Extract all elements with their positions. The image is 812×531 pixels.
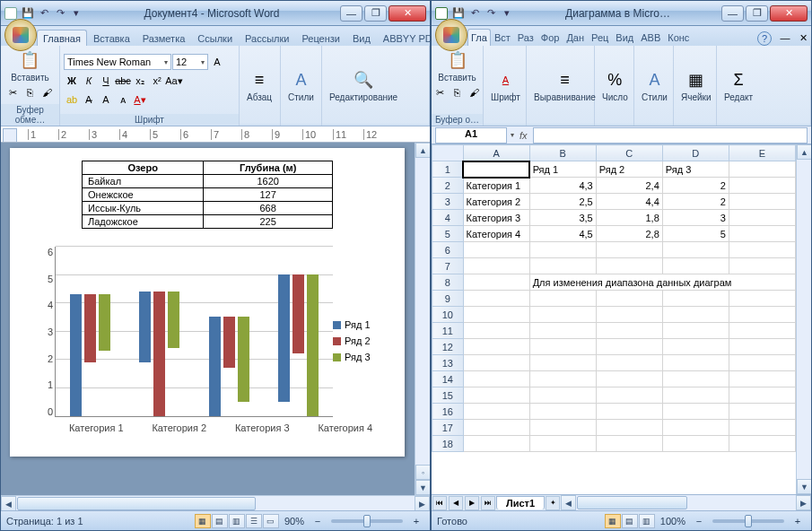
chart-bar[interactable] bbox=[84, 294, 96, 362]
prev-sheet-icon[interactable]: ◀ bbox=[449, 496, 463, 510]
undo-icon[interactable]: ↶ bbox=[37, 6, 51, 21]
word-hscrollbar[interactable]: ◀▶ bbox=[1, 495, 430, 510]
cell[interactable] bbox=[463, 355, 529, 371]
cell[interactable] bbox=[529, 436, 596, 452]
cell[interactable] bbox=[596, 387, 662, 404]
word-tab[interactable]: ABBYY PD bbox=[377, 30, 439, 46]
cell[interactable] bbox=[596, 436, 662, 452]
cell[interactable] bbox=[463, 242, 529, 258]
excel-vscrollbar[interactable]: ▲▼ bbox=[796, 144, 811, 494]
workbook-minimize[interactable]: — bbox=[777, 30, 793, 46]
save-icon[interactable]: 💾 bbox=[451, 6, 466, 21]
cell[interactable] bbox=[729, 194, 795, 210]
zoom-slider[interactable] bbox=[712, 519, 784, 523]
column-header[interactable]: E bbox=[729, 145, 795, 161]
cell[interactable] bbox=[463, 339, 529, 355]
minimize-button[interactable]: — bbox=[340, 5, 362, 22]
cell[interactable] bbox=[596, 258, 662, 274]
cell[interactable] bbox=[662, 323, 729, 339]
page-break-view[interactable]: ▥ bbox=[639, 514, 655, 528]
page-layout-view[interactable]: ▤ bbox=[622, 514, 638, 528]
excel-tab[interactable]: Фор bbox=[537, 29, 563, 46]
cell[interactable]: Категория 1 bbox=[463, 178, 529, 194]
styles-button[interactable]: AСтили bbox=[638, 67, 671, 104]
cell[interactable] bbox=[729, 258, 795, 274]
row-header[interactable]: 3 bbox=[432, 194, 464, 210]
cell[interactable] bbox=[729, 371, 795, 387]
cell[interactable] bbox=[662, 404, 729, 420]
cell[interactable] bbox=[529, 291, 596, 307]
zoom-in-icon[interactable]: + bbox=[408, 513, 424, 529]
zoom-out-icon[interactable]: − bbox=[310, 513, 326, 529]
qat-more-icon[interactable]: ▾ bbox=[500, 6, 514, 21]
cell[interactable]: 2,5 bbox=[529, 194, 596, 210]
cell[interactable] bbox=[596, 420, 662, 436]
column-header[interactable]: C bbox=[596, 145, 662, 161]
cell[interactable] bbox=[662, 339, 729, 355]
format-painter-icon[interactable]: 🖌 bbox=[467, 84, 483, 100]
help-icon[interactable]: ? bbox=[757, 31, 772, 46]
cell[interactable] bbox=[729, 339, 795, 355]
cell[interactable] bbox=[463, 291, 529, 307]
cell[interactable] bbox=[529, 323, 596, 339]
chart-bar[interactable] bbox=[307, 274, 319, 416]
cell[interactable]: 4,4 bbox=[596, 194, 662, 210]
row-header[interactable]: 10 bbox=[432, 307, 464, 323]
strike-icon[interactable]: abc bbox=[115, 73, 131, 89]
office-button[interactable] bbox=[435, 19, 467, 51]
row-header[interactable]: 12 bbox=[432, 339, 464, 355]
row-header[interactable]: 17 bbox=[432, 420, 464, 436]
cell[interactable] bbox=[729, 387, 795, 404]
cell[interactable] bbox=[596, 339, 662, 355]
cell[interactable]: Ряд 3 bbox=[662, 161, 729, 178]
cell[interactable] bbox=[463, 307, 529, 323]
maximize-button[interactable]: ❐ bbox=[364, 5, 387, 22]
number-button[interactable]: %Число bbox=[598, 67, 632, 104]
cell[interactable] bbox=[662, 258, 729, 274]
excel-tab[interactable]: Дан bbox=[563, 29, 588, 46]
maximize-button[interactable]: ❐ bbox=[746, 5, 768, 22]
chart-bar[interactable] bbox=[168, 292, 179, 348]
word-vscrollbar[interactable]: ▲ ◦ ▼ bbox=[415, 143, 430, 495]
paste-button[interactable]: 📋 Вставить bbox=[7, 48, 52, 84]
excel-hscrollbar[interactable]: ◀▶ bbox=[561, 495, 811, 510]
cell[interactable] bbox=[729, 436, 795, 452]
grow-font-icon[interactable]: A bbox=[209, 54, 225, 70]
cell[interactable] bbox=[729, 307, 795, 323]
last-sheet-icon[interactable]: ⏭ bbox=[481, 496, 495, 510]
cell[interactable] bbox=[729, 226, 795, 242]
draft-view[interactable]: ▭ bbox=[263, 514, 279, 528]
cell[interactable] bbox=[529, 387, 596, 404]
outline-view[interactable]: ☰ bbox=[246, 514, 262, 528]
paragraph-button[interactable]: ≡Абзац bbox=[243, 67, 275, 104]
excel-tab[interactable]: Гла bbox=[467, 29, 491, 46]
font-family-combo[interactable]: Times New Roman▾ bbox=[64, 54, 171, 70]
excel-tab[interactable]: ABB bbox=[637, 29, 664, 46]
redo-icon[interactable]: ↷ bbox=[53, 6, 67, 21]
cell[interactable] bbox=[729, 178, 795, 194]
chart-bar[interactable] bbox=[139, 292, 151, 362]
zoom-in-icon[interactable]: + bbox=[790, 513, 806, 529]
cell[interactable] bbox=[596, 291, 662, 307]
cell[interactable] bbox=[596, 355, 662, 371]
excel-tab[interactable]: Конс bbox=[664, 29, 693, 46]
word-tab[interactable]: Главная bbox=[37, 30, 87, 46]
cell[interactable] bbox=[662, 387, 729, 404]
chart-bar[interactable] bbox=[278, 274, 290, 403]
save-icon[interactable]: 💾 bbox=[21, 6, 35, 21]
cell[interactable] bbox=[662, 291, 729, 307]
underline-icon[interactable]: Ч bbox=[98, 73, 114, 89]
row-header[interactable]: 7 bbox=[432, 258, 464, 274]
cell[interactable] bbox=[729, 355, 795, 371]
reading-view[interactable]: ▤ bbox=[212, 514, 228, 528]
column-header[interactable]: A bbox=[463, 145, 529, 161]
cell[interactable]: 2 bbox=[662, 178, 729, 194]
cut-icon[interactable]: ✂ bbox=[5, 84, 22, 100]
editing-button[interactable]: 🔍Редактирование bbox=[326, 67, 401, 104]
cell[interactable] bbox=[529, 242, 596, 258]
highlight-icon[interactable]: ab bbox=[64, 91, 80, 108]
change-case-icon[interactable]: Aa▾ bbox=[166, 73, 182, 89]
cell[interactable] bbox=[596, 307, 662, 323]
zoom-out-icon[interactable]: − bbox=[691, 513, 707, 529]
styles-button[interactable]: AСтили bbox=[284, 67, 318, 104]
